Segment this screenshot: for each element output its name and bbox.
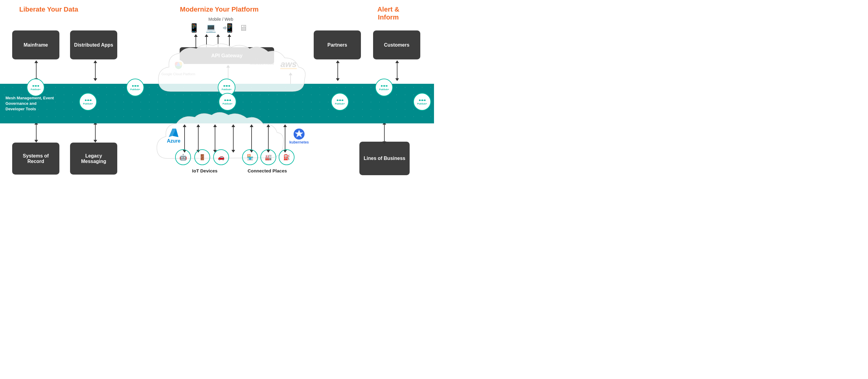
pubsub-1: PubSub+ <box>27 79 44 96</box>
partners-box: Partners <box>314 30 361 59</box>
iot-arrow-4 <box>231 124 235 153</box>
iot-arrow-6 <box>267 124 270 153</box>
azure-logo: Azure <box>167 127 180 144</box>
alert-title: Alert &Inform <box>352 5 425 22</box>
svg-point-4 <box>298 133 300 135</box>
distributed-apps-box: Distributed Apps <box>70 30 117 59</box>
iot-arrow-7 <box>283 124 287 153</box>
architecture-diagram: Liberate Your Data Modernize Your Platfo… <box>0 0 434 190</box>
distributed-apps-arrow <box>93 60 97 81</box>
iot-device-5: 🏭 <box>260 149 276 165</box>
laptop-icon: 💻 <box>206 23 216 33</box>
lob-arrow <box>382 122 386 144</box>
pubsub-5: PubSub+ <box>79 93 97 111</box>
partners-arrow <box>336 60 340 81</box>
azure-icon <box>168 127 179 138</box>
iot-arrow-3 <box>213 124 217 153</box>
k8s-icon <box>293 128 305 140</box>
iot-device-4: 🏪 <box>242 149 258 165</box>
pubsub-7: PubSub+ <box>331 93 349 111</box>
pubsub-8: PubSub+ <box>413 93 431 111</box>
iot-arrow-5 <box>250 124 253 153</box>
legacy-messaging-arrow <box>93 122 97 143</box>
pubsub-4: PubSub+ <box>375 79 393 96</box>
systems-record-arrow <box>34 122 38 143</box>
iot-device-2: 🚪 <box>194 149 210 165</box>
iot-arrow-1 <box>183 124 186 153</box>
iot-device-1: 🤖 <box>175 149 191 165</box>
modernize-title: Modernize Your Platform <box>146 5 292 13</box>
liberate-title: Liberate Your Data <box>9 5 88 13</box>
mainframe-box: Mainframe <box>12 30 59 59</box>
lines-of-business-box: Lines of Business <box>360 142 410 175</box>
k8s-logo: kubernetes <box>289 128 309 144</box>
pubsub-2: PubSub+ <box>126 79 144 96</box>
k8s-label: kubernetes <box>289 140 309 144</box>
device-icons: 📱 💻 📲 🖥 <box>189 23 248 33</box>
iot-device-6: ⛽ <box>279 149 294 165</box>
customers-box: Customers <box>373 30 420 59</box>
mainframe-arrow <box>34 60 38 81</box>
azure-label: Azure <box>167 138 180 144</box>
legacy-messaging-box: Legacy Messaging <box>70 143 117 175</box>
tablet-icon: 📲 <box>222 23 233 33</box>
iot-device-3: 🚗 <box>213 149 229 165</box>
systems-of-record-box: Systems of Record <box>12 143 59 175</box>
customers-arrow <box>395 60 399 81</box>
iot-arrow-2 <box>196 124 200 153</box>
phone-icon: 📱 <box>189 23 199 33</box>
pubsub-6: PubSub+ <box>219 93 236 111</box>
mesh-label: Mesh Management, Event Governance and De… <box>5 95 54 112</box>
monitor-icon: 🖥 <box>239 23 248 33</box>
mobile-web-label: Mobile / Web <box>190 17 251 22</box>
